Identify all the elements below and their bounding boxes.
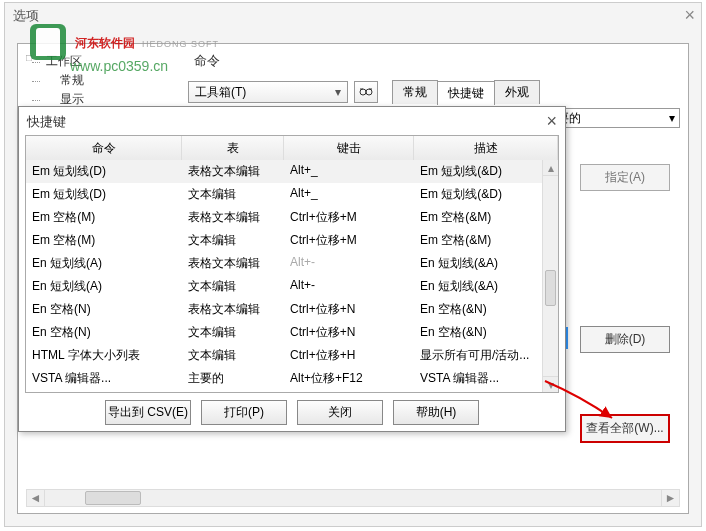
chevron-down-icon: ▾ [335, 85, 341, 99]
table-row[interactable]: En 空格(N)文本编辑Ctrl+位移+NEn 空格(&N) [26, 321, 542, 344]
table-row[interactable]: HTML 字体大小列表文本编辑Ctrl+位移+H显示所有可用/活动... [26, 344, 542, 367]
cell-keystroke: Alt+- [284, 254, 414, 273]
options-right-pane: 命令 工具箱(T) ▾ 常规 快捷键 外观 [188, 52, 680, 104]
cell-description: Em 短划线(&D) [414, 185, 542, 204]
delete-button[interactable]: 删除(D) [580, 326, 670, 353]
options-tabs: 常规 快捷键 外观 [392, 80, 539, 104]
table-row[interactable]: VSTA 编辑器...主要的Alt+位移+F12VSTA 编辑器... [26, 367, 542, 390]
cell-command: En 短划线(A) [26, 254, 182, 273]
command-heading: 命令 [194, 52, 680, 70]
tab-shortcut[interactable]: 快捷键 [437, 81, 495, 105]
cell-command: HTML 字体大小列表 [26, 346, 182, 365]
column-keystroke[interactable]: 键击 [284, 136, 414, 161]
cell-keystroke: Alt+_ [284, 185, 414, 204]
cell-table: 表格文本编辑 [182, 300, 284, 319]
cell-keystroke: Ctrl+位移+N [284, 323, 414, 342]
cell-description: Em 空格(&M) [414, 208, 542, 227]
tree-workspace[interactable]: 工作区 [26, 52, 176, 71]
dialog-title: 快捷键 [27, 113, 66, 131]
dialog-button-row: 导出到 CSV(E) 打印(P) 关闭 帮助(H) [19, 400, 565, 425]
cell-description: En 短划线(&A) [414, 254, 542, 273]
cell-command: Em 空格(M) [26, 208, 182, 227]
table-row[interactable]: Em 空格(M)表格文本编辑Ctrl+位移+MEm 空格(&M) [26, 206, 542, 229]
cell-description: VSTA 编辑器... [414, 369, 542, 388]
cell-table: 主要的 [182, 369, 284, 388]
scroll-thumb[interactable] [85, 491, 141, 505]
table-row[interactable]: En 短划线(A)表格文本编辑Alt+-En 短划线(&A) [26, 252, 542, 275]
cell-table: 表格文本编辑 [182, 254, 284, 273]
window-title: 选项 [5, 3, 701, 29]
table-row[interactable]: Em 短划线(D)表格文本编辑Alt+_Em 短划线(&D) [26, 160, 542, 183]
cell-table: 文本编辑 [182, 185, 284, 204]
cell-command: Em 短划线(D) [26, 162, 182, 181]
chevron-down-icon: ▾ [669, 111, 675, 125]
cell-command: Em 空格(M) [26, 231, 182, 250]
cell-description: 显示所有可用/活动... [414, 346, 542, 365]
help-button[interactable]: 帮助(H) [393, 400, 479, 425]
cell-command: En 空格(N) [26, 323, 182, 342]
cell-keystroke: Ctrl+位移+M [284, 208, 414, 227]
toolbox-select-value: 工具箱(T) [195, 84, 246, 101]
toolbox-select[interactable]: 工具箱(T) ▾ [188, 81, 348, 103]
shortcut-list: 命令 表 键击 描述 Em 短划线(D)表格文本编辑Alt+_Em 短划线(&D… [25, 135, 559, 393]
table-row[interactable]: En 空格(N)表格文本编辑Ctrl+位移+NEn 空格(&N) [26, 298, 542, 321]
cell-description: En 空格(&N) [414, 300, 542, 319]
cell-command: VSTA 编辑器... [26, 369, 182, 388]
cell-table: 文本编辑 [182, 231, 284, 250]
shortcut-list-header: 命令 表 键击 描述 [26, 136, 558, 162]
print-button[interactable]: 打印(P) [201, 400, 287, 425]
table-row[interactable]: ¼ Em 空格(E)表格文本编辑Ctrl+Alt+Space¼ Em 空格(&E… [26, 390, 542, 392]
dialog-close-icon[interactable]: × [546, 111, 557, 132]
cell-table: 文本编辑 [182, 346, 284, 365]
close-button[interactable]: 关闭 [297, 400, 383, 425]
search-icon[interactable] [354, 81, 378, 103]
cell-table: 表格文本编辑 [182, 208, 284, 227]
cell-description: Em 空格(&M) [414, 231, 542, 250]
table-row[interactable]: Em 短划线(D)文本编辑Alt+_Em 短划线(&D) [26, 183, 542, 206]
cell-command: En 短划线(A) [26, 277, 182, 296]
cell-table: 文本编辑 [182, 277, 284, 296]
cell-description: En 短划线(&A) [414, 277, 542, 296]
cell-table: 文本编辑 [182, 323, 284, 342]
view-all-button[interactable]: 查看全部(W)... [580, 414, 670, 443]
cell-description: En 空格(&N) [414, 323, 542, 342]
table-row[interactable]: En 短划线(A)文本编辑Alt+-En 短划线(&A) [26, 275, 542, 298]
svg-point-1 [366, 89, 372, 95]
table-row[interactable]: Em 空格(M)文本编辑Ctrl+位移+MEm 空格(&M) [26, 229, 542, 252]
scroll-down-icon[interactable]: ▾ [543, 376, 558, 392]
tab-general[interactable]: 常规 [392, 80, 438, 104]
export-csv-button[interactable]: 导出到 CSV(E) [105, 400, 191, 425]
shortcut-rows[interactable]: Em 短划线(D)表格文本编辑Alt+_Em 短划线(&D)Em 短划线(D)文… [26, 160, 542, 392]
scroll-thumb[interactable] [545, 270, 556, 306]
cell-keystroke: Ctrl+位移+H [284, 346, 414, 365]
close-icon[interactable]: × [684, 5, 695, 26]
column-command[interactable]: 命令 [26, 136, 182, 161]
assign-button[interactable]: 指定(A) [580, 164, 670, 191]
horizontal-scrollbar[interactable]: ◄ ► [26, 489, 680, 507]
cell-description: Em 短划线(&D) [414, 162, 542, 181]
cell-command: En 空格(N) [26, 300, 182, 319]
tab-appearance[interactable]: 外观 [494, 80, 540, 104]
scroll-left-icon[interactable]: ◄ [27, 490, 45, 506]
cell-table: 表格文本编辑 [182, 162, 284, 181]
cell-keystroke: Alt+位移+F12 [284, 369, 414, 388]
cell-keystroke: Ctrl+位移+N [284, 300, 414, 319]
svg-point-0 [360, 89, 366, 95]
cell-keystroke: Alt+- [284, 277, 414, 296]
scroll-right-icon[interactable]: ► [661, 490, 679, 506]
cell-keystroke: Alt+_ [284, 162, 414, 181]
vertical-scrollbar[interactable]: ▴ ▾ [542, 160, 558, 392]
cell-command: Em 短划线(D) [26, 185, 182, 204]
column-description[interactable]: 描述 [414, 136, 558, 161]
shortcut-dialog: 快捷键 × 命令 表 键击 描述 Em 短划线(D)表格文本编辑Alt+_Em … [18, 106, 566, 432]
tree-general[interactable]: 常规 [26, 71, 176, 90]
scroll-up-icon[interactable]: ▴ [543, 160, 558, 176]
cell-keystroke: Ctrl+位移+M [284, 231, 414, 250]
column-table[interactable]: 表 [182, 136, 284, 161]
